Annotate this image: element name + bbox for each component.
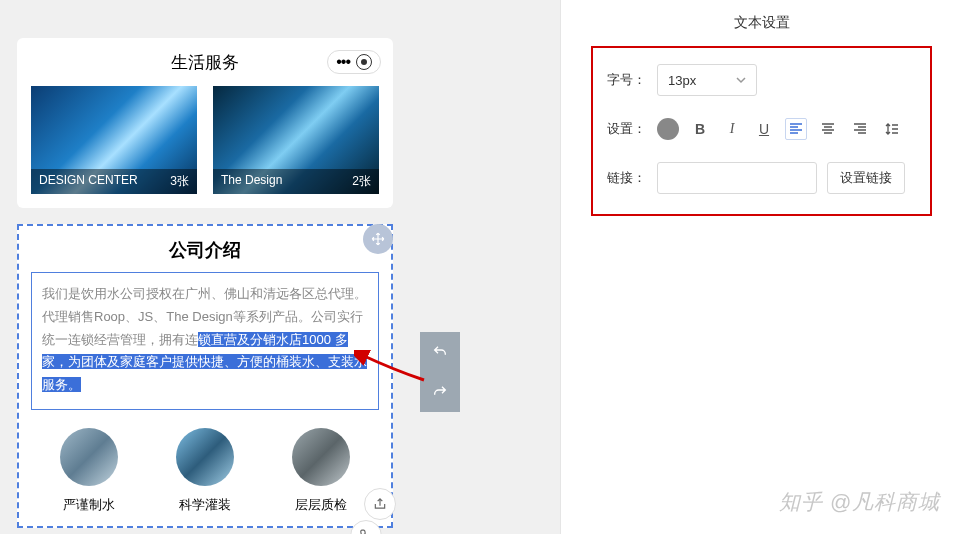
move-down-button[interactable] <box>420 372 460 412</box>
underline-button[interactable]: U <box>753 118 775 140</box>
align-center-button[interactable] <box>817 118 839 140</box>
feature-item[interactable]: 科学灌装 <box>176 428 234 514</box>
gallery-tile[interactable]: The Design 2张 <box>213 86 379 194</box>
section-title: 公司介绍 <box>19 226 391 272</box>
font-size-value: 13px <box>668 73 696 88</box>
phone-header: 生活服务 ••• <box>17 38 393 86</box>
phone-icon <box>359 529 373 534</box>
font-size-select[interactable]: 13px <box>657 64 757 96</box>
phone-title: 生活服务 <box>171 51 239 74</box>
share-icon <box>373 497 387 511</box>
align-right-icon <box>853 122 867 136</box>
text-content[interactable]: 我们是饮用水公司授权在广州、佛山和清远各区总代理。代理销售Roop、JS、The… <box>31 272 379 410</box>
feature-image <box>60 428 118 486</box>
align-center-icon <box>821 122 835 136</box>
feature-row: 严谨制水 科学灌装 层层质检 <box>19 410 391 514</box>
watermark: 知乎 @凡科商城 <box>779 488 940 516</box>
font-size-row: 字号： 13px <box>607 64 916 96</box>
undo-icon <box>432 344 448 360</box>
feature-image <box>176 428 234 486</box>
selected-component[interactable]: 公司介绍 我们是饮用水公司授权在广州、佛山和清远各区总代理。代理销售Roop、J… <box>17 224 393 528</box>
feature-image <box>292 428 350 486</box>
line-height-icon <box>885 122 899 136</box>
feature-item[interactable]: 层层质检 <box>292 428 350 514</box>
phone-controls[interactable]: ••• <box>327 50 381 74</box>
align-left-icon <box>789 122 803 136</box>
link-row: 链接： 设置链接 <box>607 162 916 194</box>
settings-group: 字号： 13px 设置： B I U <box>591 46 932 216</box>
tile-label: The Design <box>221 173 282 190</box>
align-right-button[interactable] <box>849 118 871 140</box>
feature-label: 层层质检 <box>295 496 347 514</box>
tile-count: 2张 <box>352 173 371 190</box>
move-icon <box>371 232 385 246</box>
feature-label: 科学灌装 <box>179 496 231 514</box>
more-icon[interactable]: ••• <box>336 54 350 70</box>
feature-label: 严谨制水 <box>63 496 115 514</box>
chevron-down-icon <box>736 75 746 85</box>
image-gallery: DESIGN CENTER 3张 The Design 2张 <box>17 86 393 208</box>
text-color-swatch[interactable] <box>657 118 679 140</box>
link-input[interactable] <box>657 162 817 194</box>
line-height-button[interactable] <box>881 118 903 140</box>
panel-title: 文本设置 <box>561 0 962 46</box>
format-toolbar: B I U <box>657 118 903 140</box>
reorder-controls <box>420 332 460 412</box>
tile-label: DESIGN CENTER <box>39 173 138 190</box>
redo-icon <box>432 384 448 400</box>
feature-item[interactable]: 严谨制水 <box>60 428 118 514</box>
font-size-label: 字号： <box>607 71 657 89</box>
gallery-tile[interactable]: DESIGN CENTER 3张 <box>31 86 197 194</box>
settings-panel: 文本设置 字号： 13px 设置： B I U <box>560 0 962 534</box>
italic-button[interactable]: I <box>721 118 743 140</box>
move-handle[interactable] <box>363 224 393 254</box>
tile-count: 3张 <box>170 173 189 190</box>
move-up-button[interactable] <box>420 332 460 372</box>
align-left-button[interactable] <box>785 118 807 140</box>
share-button[interactable] <box>364 488 396 520</box>
format-row: 设置： B I U <box>607 118 916 140</box>
format-label: 设置： <box>607 120 657 138</box>
set-link-button[interactable]: 设置链接 <box>827 162 905 194</box>
link-label: 链接： <box>607 169 657 187</box>
phone-preview: 生活服务 ••• DESIGN CENTER 3张 The Design 2张 <box>17 38 393 208</box>
preview-panel: 生活服务 ••• DESIGN CENTER 3张 The Design 2张 <box>0 0 560 534</box>
bold-button[interactable]: B <box>689 118 711 140</box>
target-icon[interactable] <box>356 54 372 70</box>
